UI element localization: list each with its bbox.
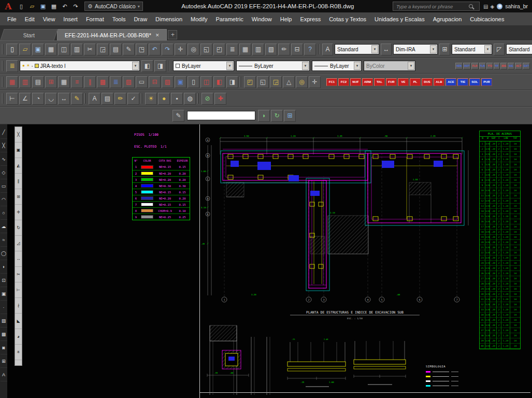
markup-manager-button[interactable]: ✏ xyxy=(278,44,290,55)
search-icon[interactable] xyxy=(469,4,473,8)
macro-3de-button[interactable]: 3DE xyxy=(500,63,508,69)
rotate-button[interactable]: ↻ xyxy=(15,220,22,236)
qnew-button[interactable]: ▯ xyxy=(16,1,26,11)
dim-aligned-button[interactable]: ∠ xyxy=(19,93,31,105)
run-macro-button[interactable]: ◗ xyxy=(258,110,270,122)
hatch-set-button[interactable]: ▨ xyxy=(162,76,174,88)
axis-button[interactable]: ✛ xyxy=(309,76,321,88)
ellipse-button[interactable]: ◯ xyxy=(1,247,7,260)
publish-button[interactable]: ▥ xyxy=(71,44,83,55)
cell-borders-button[interactable]: ▦ xyxy=(58,76,70,88)
macro-tal-button[interactable]: TAL xyxy=(374,78,385,86)
extend-button[interactable]: ⊢ xyxy=(15,282,22,298)
table-style-dropdown[interactable]: Standard ▾ xyxy=(452,44,492,54)
make-block-button[interactable]: ▣ xyxy=(1,287,7,301)
pan-button[interactable]: ✛ xyxy=(175,44,186,55)
lineweight-dropdown[interactable]: ByLayer ▾ xyxy=(312,61,362,71)
text-style-dropdown[interactable]: Standard ▾ xyxy=(335,44,379,54)
help-button[interactable]: ? xyxy=(304,44,316,55)
menu-item-window[interactable]: Window xyxy=(248,12,276,25)
mleader-style-dropdown[interactable]: Standard ▾ xyxy=(506,44,532,54)
macro-pur-button[interactable]: PUR xyxy=(481,78,492,86)
viewport-button[interactable]: ◰ xyxy=(244,76,256,88)
chamfer-button[interactable]: ◣ xyxy=(15,314,22,329)
title-block-button[interactable]: ▧ xyxy=(123,76,135,88)
share-icon[interactable]: ◈ xyxy=(491,4,495,9)
dim-radius-button[interactable]: ◔ xyxy=(32,93,44,105)
mleader-style-button[interactable]: ◸ xyxy=(494,44,505,55)
dim-continue-button[interactable]: ↔ xyxy=(58,93,70,105)
macro-fc2-button[interactable]: FC2 xyxy=(338,78,349,86)
layer-off-button[interactable]: ● xyxy=(158,93,170,105)
revision-cloud-button[interactable]: ☁ xyxy=(1,220,7,233)
menu-item-unidades-y-escalas[interactable]: Unidades y Escalas xyxy=(370,12,429,25)
macro-pl-button[interactable]: PL xyxy=(410,78,421,86)
open-button[interactable]: ▱ xyxy=(19,44,31,55)
menu-item-dimension[interactable]: Dimension xyxy=(151,12,186,25)
units-button[interactable]: ◲ xyxy=(270,76,282,88)
macro-ext-button[interactable]: EXT xyxy=(523,63,530,69)
undo-button[interactable]: ↶ xyxy=(60,1,70,11)
mtext-button[interactable]: A xyxy=(1,368,7,381)
macro-nuf-button[interactable]: NUF xyxy=(350,78,361,86)
layer-freeze-button[interactable]: ☀ xyxy=(145,93,157,105)
spline-button[interactable]: ≈ xyxy=(1,233,7,247)
plot-button[interactable]: ▦ xyxy=(49,1,59,11)
menu-item-agrupacion[interactable]: Agrupacion xyxy=(429,12,466,25)
table-style-2-button[interactable]: ▥ xyxy=(19,76,31,88)
text-edit-button[interactable]: ✏ xyxy=(114,93,126,105)
zoom-window-button[interactable]: ◱ xyxy=(200,44,212,55)
toolbar-grip[interactable] xyxy=(2,93,4,104)
table-style-1-button[interactable]: ▦ xyxy=(6,76,18,88)
macro-flr-button[interactable]: FLR xyxy=(471,63,479,69)
block-editor-button[interactable]: ◳ xyxy=(136,44,148,55)
purge-button[interactable]: ⊘ xyxy=(202,93,213,105)
open-button[interactable]: ▱ xyxy=(27,1,37,11)
hatch-button[interactable]: ▨ xyxy=(1,314,7,328)
menu-item-tools[interactable]: Tools xyxy=(108,12,130,25)
circle-button[interactable]: ○ xyxy=(1,206,7,220)
table-style-3-button[interactable]: ▤ xyxy=(32,76,44,88)
drawing-canvas[interactable]: ╱╳∿◇▭◠○☁≈◯◗⊡▣·▨▩◙⊞A ╳▣◭∥⊞✛↻◿↔✂⊢∤◣◕✳ PISO… xyxy=(0,124,532,398)
audit-button[interactable]: ✚ xyxy=(214,93,226,105)
macro-arm-button[interactable]: ARM xyxy=(362,78,373,86)
arc-button[interactable]: ◠ xyxy=(1,193,7,206)
polygon-button[interactable]: ◇ xyxy=(1,166,7,179)
dim-linear-button[interactable]: ⊢ xyxy=(6,93,18,105)
new-tab-button[interactable]: + xyxy=(168,30,177,39)
redo-button[interactable]: ↷ xyxy=(70,1,81,11)
column-insert-button[interactable]: ∥ xyxy=(84,76,96,88)
grid-bubble-button[interactable]: ◎ xyxy=(296,76,308,88)
quickcalc-button[interactable]: ⊟ xyxy=(291,44,303,55)
scale-list-button[interactable]: ◱ xyxy=(257,76,269,88)
break-button[interactable]: ∤ xyxy=(15,298,22,314)
insert-block-button[interactable]: ⊡ xyxy=(1,274,7,287)
text-multi-button[interactable]: ▤ xyxy=(102,93,113,105)
text-align-button[interactable]: ≣ xyxy=(110,76,122,88)
gradient-button[interactable]: ▩ xyxy=(1,328,7,341)
stamp-button[interactable]: ◫ xyxy=(200,76,212,88)
toolbar-grip[interactable] xyxy=(2,77,4,87)
tab-start[interactable]: Start xyxy=(0,29,57,40)
save-button[interactable]: ▣ xyxy=(32,44,44,55)
zoom-previous-button[interactable]: ◰ xyxy=(213,44,225,55)
toolbar-grip[interactable] xyxy=(141,93,143,104)
copy-button[interactable]: ▣ xyxy=(15,143,22,158)
sheet-button[interactable]: ▯ xyxy=(188,76,199,88)
macro-tie-button[interactable]: TIE xyxy=(457,78,468,86)
block-list-button[interactable]: ▣ xyxy=(175,76,186,88)
dim-style-dropdown[interactable]: Dim-IRA ▾ xyxy=(393,44,438,54)
mirror-button[interactable]: ◭ xyxy=(15,158,22,174)
frame-button[interactable]: ▭ xyxy=(136,76,148,88)
tool-palettes-button[interactable]: ▥ xyxy=(252,44,264,55)
save-button[interactable]: ▣ xyxy=(38,1,48,11)
spell-check-button[interactable]: ✓ xyxy=(127,93,139,105)
floor-plan-drawing[interactable]: 12 34 56 7 AB CD E xyxy=(199,124,479,326)
stretch-button[interactable]: ↔ xyxy=(15,251,22,267)
macro-fur-button[interactable]: FUR xyxy=(386,78,397,86)
scale-button[interactable]: ◿ xyxy=(15,236,22,251)
layer-properties-button[interactable]: ≣ xyxy=(6,60,18,72)
menu-item-cubicaciones[interactable]: Cubicaciones xyxy=(466,12,508,25)
layer-previous-button[interactable]: ◨ xyxy=(154,60,166,72)
merge-cells-button[interactable]: ⊞ xyxy=(45,76,57,88)
